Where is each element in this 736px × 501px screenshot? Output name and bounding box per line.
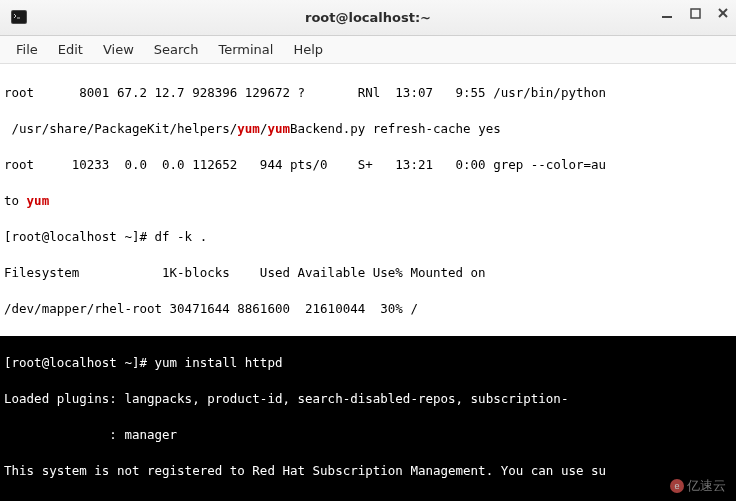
menu-terminal[interactable]: Terminal: [208, 38, 283, 61]
svg-rect-4: [691, 9, 700, 18]
output-line: /dev/mapper/rhel-root 30471644 8861600 2…: [4, 300, 732, 318]
menu-help[interactable]: Help: [283, 38, 333, 61]
output-line: /usr/share/PackageKit/helpers/yum/yumBac…: [4, 120, 732, 138]
output-line: This system is not registered to Red Hat…: [4, 462, 732, 480]
watermark-icon: e: [670, 479, 684, 493]
grep-match: yum: [267, 121, 290, 136]
output-line: root 8001 67.2 12.7 928396 129672 ? RNl …: [4, 84, 732, 102]
output-text: Backend.py refresh-cache yes: [290, 121, 501, 136]
grep-match: yum: [237, 121, 260, 136]
watermark-text: 亿速云: [687, 477, 726, 495]
window-title: root@localhost:~: [305, 10, 431, 25]
prompt-line: [root@localhost ~]# df -k .: [4, 228, 732, 246]
close-button[interactable]: [716, 6, 730, 20]
output-line: to yum: [4, 192, 732, 210]
inverted-output-block: [root@localhost ~]# yum install httpd Lo…: [0, 336, 736, 501]
terminal-content[interactable]: root 8001 67.2 12.7 928396 129672 ? RNl …: [0, 64, 736, 501]
output-line: root 10233 0.0 0.0 112652 944 pts/0 S+ 1…: [4, 156, 732, 174]
svg-rect-1: [12, 11, 26, 23]
output-text: /usr/share/PackageKit/helpers/: [4, 121, 237, 136]
output-text: to: [4, 193, 27, 208]
window-controls: [660, 6, 730, 20]
output-line: Loaded plugins: langpacks, product-id, s…: [4, 390, 732, 408]
menu-edit[interactable]: Edit: [48, 38, 93, 61]
menu-search[interactable]: Search: [144, 38, 209, 61]
watermark: e 亿速云: [670, 477, 726, 495]
prompt-line: [root@localhost ~]# yum install httpd: [4, 354, 732, 372]
menu-file[interactable]: File: [6, 38, 48, 61]
output-line: Filesystem 1K-blocks Used Available Use%…: [4, 264, 732, 282]
maximize-button[interactable]: [688, 6, 702, 20]
titlebar: root@localhost:~: [0, 0, 736, 36]
output-line: : manager: [4, 426, 732, 444]
menubar: File Edit View Search Terminal Help: [0, 36, 736, 64]
minimize-button[interactable]: [660, 6, 674, 20]
terminal-icon: [10, 8, 28, 26]
grep-match: yum: [27, 193, 50, 208]
menu-view[interactable]: View: [93, 38, 144, 61]
